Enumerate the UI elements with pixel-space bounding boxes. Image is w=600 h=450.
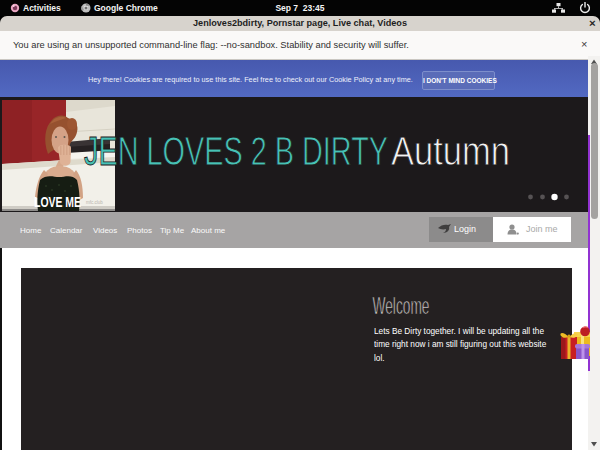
svg-text:Autumn: Autumn <box>391 129 510 173</box>
svg-text:Welcome: Welcome <box>373 292 430 319</box>
svg-text:JEN LOVES 2 B DIRTY: JEN LOVES 2 B DIRTY <box>84 129 388 173</box>
